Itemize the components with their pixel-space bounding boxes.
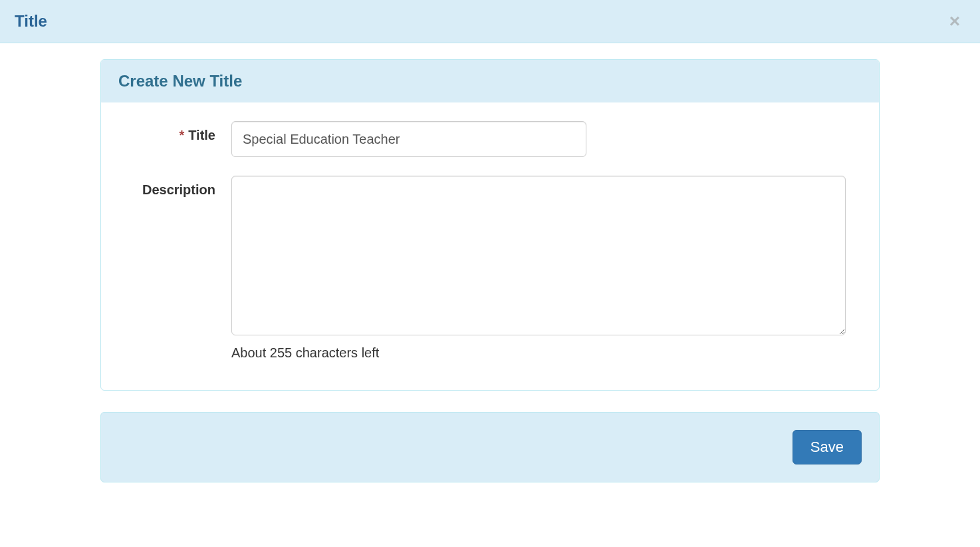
panel-header: Create New Title	[101, 60, 879, 102]
modal-header: Title ×	[0, 0, 980, 43]
panel-title: Create New Title	[118, 72, 862, 91]
title-label: Title	[188, 128, 215, 142]
title-label-cell: *Title	[118, 121, 231, 143]
title-input[interactable]	[231, 121, 586, 157]
modal-body: Create New Title *Title Description Abou…	[0, 43, 980, 506]
description-textarea[interactable]	[231, 176, 846, 335]
description-field-cell: About 255 characters left	[231, 176, 862, 361]
description-label: Description	[142, 182, 215, 197]
close-icon: ×	[949, 11, 960, 31]
panel-body: *Title Description About 255 characters …	[101, 102, 879, 390]
form-panel: Create New Title *Title Description Abou…	[100, 59, 880, 391]
footer-panel: Save	[100, 412, 880, 482]
form-row-title: *Title	[118, 121, 862, 157]
title-field-cell	[231, 121, 862, 157]
close-button[interactable]: ×	[944, 12, 965, 31]
required-asterisk: *	[179, 128, 184, 142]
save-button[interactable]: Save	[793, 430, 862, 464]
description-label-cell: Description	[118, 176, 231, 198]
description-help-text: About 255 characters left	[231, 345, 862, 361]
form-row-description: Description About 255 characters left	[118, 176, 862, 361]
modal-title: Title	[15, 12, 47, 31]
